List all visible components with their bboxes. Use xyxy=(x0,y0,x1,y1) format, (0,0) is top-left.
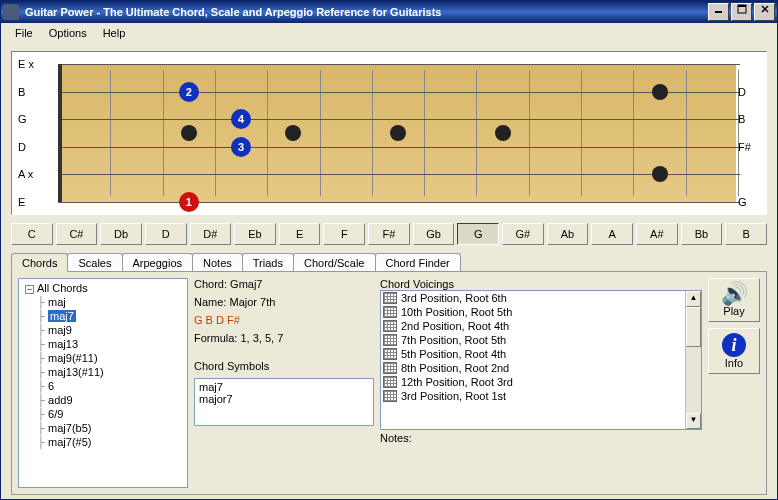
menubar: File Options Help xyxy=(1,23,777,43)
key-button-c[interactable]: C xyxy=(11,223,53,245)
name-label: Name: Major 7th xyxy=(194,296,374,308)
voicing-item[interactable]: 3rd Position, Root 6th xyxy=(381,291,685,305)
tree-item[interactable]: ├ maj7(#5) xyxy=(21,435,185,449)
speaker-icon: 🔊 xyxy=(711,283,757,305)
string-label: E xyxy=(18,196,40,208)
titlebar: Guitar Power - The Ultimate Chord, Scale… xyxy=(1,1,777,23)
scroll-down-icon[interactable]: ▼ xyxy=(686,413,701,429)
finger-dot[interactable]: 2 xyxy=(179,82,199,102)
key-button-db[interactable]: Db xyxy=(100,223,142,245)
nut xyxy=(58,64,62,202)
fret-marker xyxy=(495,125,511,141)
key-button-csharp[interactable]: C# xyxy=(56,223,98,245)
tab-chord-scale[interactable]: Chord/Scale xyxy=(293,253,376,271)
tab-notes[interactable]: Notes xyxy=(192,253,243,271)
key-button-e[interactable]: E xyxy=(279,223,321,245)
key-button-b[interactable]: B xyxy=(725,223,767,245)
chord-label: Chord: Gmaj7 xyxy=(194,278,374,290)
tab-scales[interactable]: Scales xyxy=(67,253,122,271)
string-label-right: F# xyxy=(738,141,760,153)
voicing-grid-icon xyxy=(383,306,397,318)
scroll-up-icon[interactable]: ▲ xyxy=(686,291,701,307)
voicing-item[interactable]: 7th Position, Root 5th xyxy=(381,333,685,347)
scroll-thumb[interactable] xyxy=(686,307,701,347)
key-button-bb[interactable]: Bb xyxy=(681,223,723,245)
tab-arpeggios[interactable]: Arpeggios xyxy=(122,253,194,271)
app-window: Guitar Power - The Ultimate Chord, Scale… xyxy=(0,0,778,500)
info-button[interactable]: i Info xyxy=(708,328,760,374)
fret-marker xyxy=(285,125,301,141)
menu-options[interactable]: Options xyxy=(41,26,95,40)
voicing-grid-icon xyxy=(383,348,397,360)
voicing-item[interactable]: 5th Position, Root 4th xyxy=(381,347,685,361)
tree-root[interactable]: −All Chords xyxy=(21,281,185,295)
tree-item[interactable]: ├ maj7 xyxy=(21,309,185,323)
finger-dot[interactable]: 3 xyxy=(231,137,251,157)
fretboard-surface[interactable]: 1234 xyxy=(58,64,736,202)
tree-item[interactable]: ├ maj13(#11) xyxy=(21,365,185,379)
chord-symbols-box: maj7major7 xyxy=(194,378,374,426)
svg-rect-2 xyxy=(738,5,746,7)
collapse-icon[interactable]: − xyxy=(25,285,34,294)
finger-dot[interactable]: 4 xyxy=(231,109,251,129)
key-button-dsharp[interactable]: D# xyxy=(190,223,232,245)
voicing-item[interactable]: 2nd Position, Root 4th xyxy=(381,319,685,333)
voicing-list[interactable]: 3rd Position, Root 6th10th Position, Roo… xyxy=(380,290,702,430)
right-panel: Chord Voicings 3rd Position, Root 6th10t… xyxy=(380,278,760,488)
voicing-item[interactable]: 12th Position, Root 3rd xyxy=(381,375,685,389)
notes-label: Notes: xyxy=(380,432,702,444)
voicing-item[interactable]: 8th Position, Root 2nd xyxy=(381,361,685,375)
key-button-a[interactable]: A xyxy=(591,223,633,245)
key-button-fsharp[interactable]: F# xyxy=(368,223,410,245)
voicings-label: Chord Voicings xyxy=(380,278,702,290)
tab-body: −All Chords ├ maj ├ maj7 ├ maj9 ├ maj13 … xyxy=(11,271,767,495)
string-labels-left: E xBGDA xE xyxy=(18,58,40,208)
fretboard-panel: E xBGDA xE 1234 DBF#G xyxy=(11,51,767,215)
tree-item[interactable]: ├ 6 xyxy=(21,379,185,393)
fret-marker xyxy=(181,125,197,141)
chord-tree[interactable]: −All Chords ├ maj ├ maj7 ├ maj9 ├ maj13 … xyxy=(18,278,188,488)
tab-chords[interactable]: Chords xyxy=(11,253,68,272)
key-button-eb[interactable]: Eb xyxy=(234,223,276,245)
finger-dot[interactable]: 1 xyxy=(179,192,199,212)
chord-info-panel: Chord: Gmaj7 Name: Major 7th G B D F# Fo… xyxy=(194,278,374,488)
close-button[interactable] xyxy=(754,3,775,21)
key-button-asharp[interactable]: A# xyxy=(636,223,678,245)
fret-marker xyxy=(390,125,406,141)
key-button-f[interactable]: F xyxy=(323,223,365,245)
tab-triads[interactable]: Triads xyxy=(242,253,294,271)
notes-value: G B D F# xyxy=(194,314,374,326)
menu-file[interactable]: File xyxy=(7,26,41,40)
string-label-right: B xyxy=(738,113,760,125)
info-icon: i xyxy=(711,333,757,357)
fretboard: E xBGDA xE 1234 DBF#G xyxy=(42,58,736,208)
play-button[interactable]: 🔊 Play xyxy=(708,278,760,322)
action-buttons: 🔊 Play i Info xyxy=(708,278,760,488)
tree-item[interactable]: ├ maj7(b5) xyxy=(21,421,185,435)
mode-tabs: ChordsScalesArpeggiosNotesTriadsChord/Sc… xyxy=(11,253,767,271)
voicing-item[interactable]: 3rd Position, Root 1st xyxy=(381,389,685,403)
voicing-grid-icon xyxy=(383,376,397,388)
tree-item[interactable]: ├ 6/9 xyxy=(21,407,185,421)
key-button-ab[interactable]: Ab xyxy=(547,223,589,245)
chord-symbol: maj7 xyxy=(199,381,369,393)
tree-item[interactable]: ├ maj xyxy=(21,295,185,309)
key-button-g[interactable]: G xyxy=(457,223,499,245)
key-button-d[interactable]: D xyxy=(145,223,187,245)
key-button-gsharp[interactable]: G# xyxy=(502,223,544,245)
string-label: A x xyxy=(18,168,40,180)
tab-chord-finder[interactable]: Chord Finder xyxy=(375,253,461,271)
app-icon xyxy=(3,4,19,20)
tree-item[interactable]: ├ maj9(#11) xyxy=(21,351,185,365)
key-selector-row: CC#DbDD#EbEFF#GbGG#AbAA#BbB xyxy=(11,223,767,245)
voicing-scrollbar[interactable]: ▲ ▼ xyxy=(685,291,701,429)
maximize-button[interactable] xyxy=(731,3,752,21)
tree-item[interactable]: ├ maj9 xyxy=(21,323,185,337)
tree-item[interactable]: ├ add9 xyxy=(21,393,185,407)
voicing-item[interactable]: 10th Position, Root 5th xyxy=(381,305,685,319)
tree-item[interactable]: ├ maj13 xyxy=(21,337,185,351)
key-button-gb[interactable]: Gb xyxy=(413,223,455,245)
minimize-button[interactable] xyxy=(708,3,729,21)
string-label: D xyxy=(18,141,40,153)
menu-help[interactable]: Help xyxy=(95,26,134,40)
